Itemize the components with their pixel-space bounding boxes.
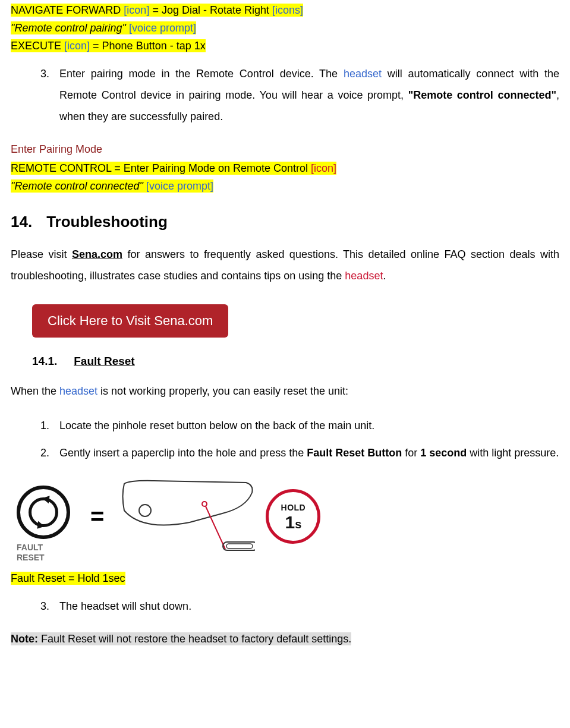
- subsection-number: 14.1.: [32, 353, 57, 370]
- icon-placeholder: [icon]: [311, 162, 336, 174]
- text: for: [402, 447, 420, 459]
- fault-reset-note: Note: Fault Reset will not restore the h…: [11, 631, 559, 647]
- bold-text: 1 second: [420, 447, 467, 459]
- reset-icon: [17, 486, 70, 539]
- list-item: Gently insert a paperclip into the hole …: [52, 442, 559, 464]
- svg-point-1: [202, 502, 207, 506]
- pairing-steps-list: Enter pairing mode in the Remote Control…: [11, 63, 559, 127]
- reset-label: FAULT RESET: [17, 543, 70, 563]
- text: Please visit: [11, 248, 72, 260]
- bold-text: Fault Reset Button: [307, 447, 402, 459]
- subsection-fault-reset: 14.1.Fault Reset: [32, 353, 559, 370]
- icon-placeholder: [icon]: [64, 40, 90, 52]
- sena-link[interactable]: Sena.com: [72, 248, 122, 260]
- icon-placeholder: [icons]: [272, 4, 303, 16]
- text: = Jog Dial - Rotate Right: [149, 4, 272, 16]
- text: = Phone Button - tap 1x: [90, 40, 206, 52]
- text: Gently insert a paperclip into the hole …: [59, 447, 307, 459]
- instruction-line-navigate: NAVIGATE FORWARD [icon] = Jog Dial - Rot…: [11, 2, 559, 18]
- text: .: [383, 270, 386, 282]
- fault-reset-highlight: Fault Reset = Hold 1sec: [11, 571, 559, 586]
- document-page: NAVIGATE FORWARD [icon] = Jog Dial - Rot…: [0, 2, 570, 661]
- icon-placeholder: [icon]: [124, 4, 149, 16]
- hold-1s-badge: HOLD 1s: [266, 489, 320, 544]
- headset-link[interactable]: headset: [344, 68, 382, 80]
- hold-value: 1s: [285, 513, 301, 531]
- svg-rect-4: [226, 544, 253, 549]
- text: NAVIGATE FORWARD: [11, 4, 124, 16]
- fault-reset-steps-cont: The headset will shut down.: [11, 595, 559, 617]
- text: with light pressure.: [467, 447, 559, 459]
- fault-reset-steps: Locate the pinhole reset button below on…: [11, 415, 559, 464]
- voice-prompt-line: "Remote control pairing" [voice prompt]: [11, 20, 559, 36]
- text: Enter Pairing Mode: [11, 143, 102, 155]
- voice-prompt-text: "Remote control pairing": [11, 22, 129, 34]
- enter-pairing-title: Enter Pairing Mode: [11, 141, 559, 157]
- headset-link[interactable]: headset: [59, 385, 97, 397]
- section-number: 14.: [11, 211, 32, 234]
- svg-rect-3: [223, 542, 255, 550]
- text: When the: [11, 385, 59, 397]
- subsection-title: Fault Reset: [74, 355, 134, 367]
- troubleshooting-intro: Please visit Sena.com for answers to fre…: [11, 244, 559, 286]
- list-item: Locate the pinhole reset button below on…: [52, 415, 559, 436]
- fault-reset-diagram: FAULT RESET = HOLD 1s: [11, 478, 559, 571]
- list-item: The headset will shut down.: [52, 595, 559, 617]
- list-item: Enter pairing mode in the Remote Control…: [52, 63, 559, 127]
- fault-reset-icon-group: FAULT RESET: [11, 486, 76, 563]
- num: 1: [285, 512, 295, 532]
- text: Enter pairing mode in the Remote Control…: [59, 68, 344, 80]
- voice-prompt-tag: [voice prompt]: [146, 180, 213, 192]
- section-heading-troubleshooting: 14.Troubleshooting: [11, 211, 559, 234]
- bold-prompt: "Remote control connected": [408, 89, 556, 101]
- svg-line-2: [206, 506, 225, 549]
- note-label: Note:: [11, 633, 38, 645]
- svg-point-0: [139, 505, 151, 516]
- note-text: Fault Reset will not restore the headset…: [38, 633, 351, 645]
- remote-control-line: REMOTE CONTROL = Enter Pairing Mode on R…: [11, 160, 559, 176]
- section-title: Troubleshooting: [46, 213, 168, 231]
- fault-reset-intro: When the headset is not working properly…: [11, 380, 559, 402]
- text: EXECUTE: [11, 40, 64, 52]
- hold-label: HOLD: [281, 502, 306, 513]
- curved-arrows-icon: [29, 497, 58, 527]
- visit-sena-button[interactable]: Click Here to Visit Sena.com: [32, 304, 228, 338]
- text: Fault Reset = Hold 1sec: [11, 572, 125, 585]
- instruction-line-execute: EXECUTE [icon] = Phone Button - tap 1x: [11, 38, 559, 53]
- voice-prompt-line-connected: "Remote control connected" [voice prompt…: [11, 178, 559, 194]
- text: REMOTE CONTROL = Enter Pairing Mode on R…: [11, 162, 311, 174]
- headset-outline-icon: [118, 478, 255, 555]
- headset-term: headset: [345, 270, 383, 282]
- voice-prompt-text: "Remote control connected": [11, 180, 146, 192]
- text: is not working properly, you can easily …: [97, 385, 348, 397]
- equals-sign: =: [90, 499, 104, 534]
- voice-prompt-tag: [voice prompt]: [129, 22, 196, 34]
- unit: s: [295, 518, 301, 531]
